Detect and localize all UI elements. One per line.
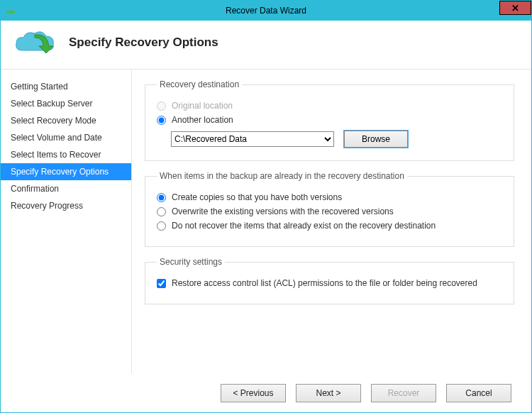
close-icon: ✕ xyxy=(511,3,519,13)
previous-button[interactable]: < Previous xyxy=(221,384,286,402)
cloud-restore-icon xyxy=(13,29,56,56)
wizard-footer: < Previous Next > Recover Cancel xyxy=(1,373,531,413)
overwrite-option[interactable]: Overwrite the existing versions with the… xyxy=(157,206,502,216)
sidebar-step-3[interactable]: Select Volume and Date xyxy=(1,129,131,146)
sidebar-step-2[interactable]: Select Recovery Mode xyxy=(1,112,131,129)
browse-button[interactable]: Browse xyxy=(344,131,408,148)
original-location-label: Original location xyxy=(172,101,233,111)
main-content: Recovery destination Original location A… xyxy=(132,70,531,373)
sidebar-step-5[interactable]: Specify Recovery Options xyxy=(1,163,131,180)
recovery-destination-group: Recovery destination Original location A… xyxy=(145,79,514,161)
another-location-radio[interactable] xyxy=(157,116,166,125)
another-location-option[interactable]: Another location xyxy=(157,115,502,125)
security-legend: Security settings xyxy=(157,257,225,267)
overwrite-label: Overwrite the existing versions with the… xyxy=(172,206,394,216)
create-copies-radio[interactable] xyxy=(157,193,166,202)
another-location-label: Another location xyxy=(172,115,233,125)
conflict-legend: When items in the backup are already in … xyxy=(157,171,407,181)
recovery-path-select[interactable]: C:\Recovered Data xyxy=(171,131,334,147)
security-settings-group: Security settings Restore access control… xyxy=(145,257,514,304)
create-copies-label: Create copies so that you have both vers… xyxy=(172,192,342,202)
original-location-radio xyxy=(157,101,166,111)
wizard-steps-sidebar: Getting StartedSelect Backup ServerSelec… xyxy=(1,70,132,373)
create-copies-option[interactable]: Create copies so that you have both vers… xyxy=(157,192,502,202)
skip-existing-radio[interactable] xyxy=(157,221,166,231)
skip-existing-option[interactable]: Do not recover the items that already ex… xyxy=(157,221,502,231)
restore-acl-option[interactable]: Restore access control list (ACL) permis… xyxy=(157,278,502,288)
sidebar-step-6[interactable]: Confirmation xyxy=(1,180,131,197)
sidebar-step-4[interactable]: Select Items to Recover xyxy=(1,146,131,163)
close-button[interactable]: ✕ xyxy=(499,1,531,15)
overwrite-radio[interactable] xyxy=(157,207,166,216)
restore-acl-label: Restore access control list (ACL) permis… xyxy=(172,278,477,288)
recovery-destination-legend: Recovery destination xyxy=(157,79,242,89)
wizard-header: Specify Recovery Options xyxy=(1,21,531,70)
next-button[interactable]: Next > xyxy=(296,384,361,402)
cancel-button[interactable]: Cancel xyxy=(446,384,511,402)
original-location-option: Original location xyxy=(157,101,502,111)
skip-existing-label: Do not recover the items that already ex… xyxy=(172,221,436,231)
sidebar-step-1[interactable]: Select Backup Server xyxy=(1,95,131,112)
sidebar-step-7[interactable]: Recovery Progress xyxy=(1,197,131,214)
window-title: Recover Data Wizard xyxy=(1,6,531,16)
recover-button: Recover xyxy=(371,384,436,402)
conflict-resolution-group: When items in the backup are already in … xyxy=(145,171,514,247)
titlebar: Recover Data Wizard ✕ xyxy=(1,1,531,21)
page-title: Specify Recovery Options xyxy=(69,35,218,50)
sidebar-step-0[interactable]: Getting Started xyxy=(1,78,131,95)
restore-acl-checkbox[interactable] xyxy=(157,279,166,288)
